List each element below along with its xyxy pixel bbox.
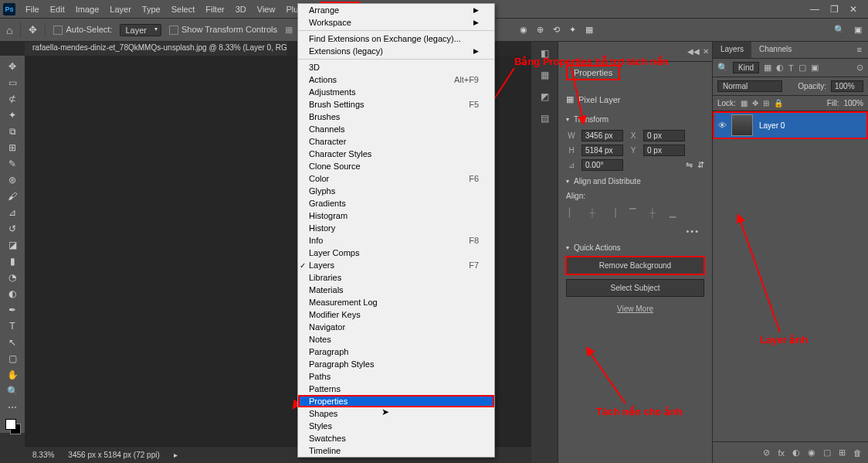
menu-item-swatches[interactable]: Swatches: [298, 432, 494, 444]
panel-icon[interactable]: ▤: [537, 111, 551, 125]
close-panel-icon[interactable]: ✕: [703, 47, 709, 56]
select-subject-button[interactable]: Select Subject: [566, 279, 704, 297]
group-icon[interactable]: ▢: [823, 448, 831, 458]
color-swatches[interactable]: [5, 419, 19, 433]
menu-item-modifier-keys[interactable]: Modifier Keys: [298, 308, 494, 321]
menu-layer[interactable]: Layer: [104, 2, 137, 17]
panel-menu-icon[interactable]: ≡: [851, 42, 868, 58]
menu-item-paths[interactable]: Paths: [298, 370, 494, 383]
menu-item-patterns[interactable]: Patterns: [298, 383, 494, 395]
path-tool[interactable]: ↖: [2, 335, 23, 350]
delete-icon[interactable]: 🗑: [853, 448, 862, 458]
menu-edit[interactable]: Edit: [45, 2, 70, 17]
menu-item-libraries[interactable]: Libraries: [298, 271, 494, 284]
menu-item-styles[interactable]: Styles: [298, 420, 494, 432]
3d-icon[interactable]: ▦: [585, 25, 593, 35]
width-input[interactable]: 3456 px: [581, 130, 623, 141]
magic-wand-tool[interactable]: ✦: [2, 107, 23, 123]
healing-tool[interactable]: ⊛: [2, 172, 23, 188]
3d-mode-icon[interactable]: ◉: [520, 25, 527, 35]
stamp-tool[interactable]: ⊿: [2, 205, 23, 220]
type-tool[interactable]: T: [2, 318, 23, 334]
align-right-icon[interactable]: ▕: [606, 206, 619, 219]
menu-item-measurement-log[interactable]: Measurement Log: [298, 296, 494, 308]
close-button[interactable]: ✕: [849, 4, 857, 15]
menu-item-timeline[interactable]: Timeline: [298, 444, 494, 457]
lock-artboard-icon[interactable]: ⊞: [763, 99, 769, 107]
3d-camera-icon[interactable]: ⊕: [537, 25, 544, 35]
menu-3d[interactable]: 3D: [230, 2, 252, 17]
flip-v-icon[interactable]: ⇵: [697, 160, 704, 170]
document-tab[interactable]: rafaella-mendes-diniz-et_78QkMMQs-unspla…: [25, 42, 287, 56]
y-input[interactable]: 0 px: [643, 145, 685, 156]
menu-item-extensions-legacy-[interactable]: Extensions (legacy)▶: [298, 45, 494, 57]
filter-kind-select[interactable]: Kind: [733, 62, 759, 73]
menu-item-clone-source[interactable]: Clone Source: [298, 160, 494, 172]
lasso-tool[interactable]: ⊄: [2, 91, 23, 107]
menu-item-brush-settings[interactable]: Brush SettingsF5: [298, 98, 494, 111]
filter-shape-icon[interactable]: ▢: [798, 63, 806, 73]
menu-file[interactable]: File: [20, 2, 45, 17]
search-icon[interactable]: 🔍: [834, 25, 845, 35]
pen-tool[interactable]: ✒: [2, 302, 23, 318]
menu-item-find-extensions-on-exchange-legacy-[interactable]: Find Extensions on Exchange (legacy)...: [298, 32, 494, 45]
lock-position-icon[interactable]: ✥: [752, 99, 758, 107]
align-left-icon[interactable]: ▏: [566, 206, 578, 219]
properties-tab[interactable]: Properties: [566, 65, 620, 80]
align-bottom-icon[interactable]: ▁: [666, 206, 679, 219]
brush-tool[interactable]: 🖌: [2, 189, 23, 204]
zoom-value[interactable]: 8.33%: [32, 451, 54, 459]
marquee-tool[interactable]: ▭: [2, 75, 23, 90]
align-center-v-icon[interactable]: ┼: [646, 206, 659, 219]
menu-select[interactable]: Select: [166, 2, 201, 17]
menu-item-history[interactable]: History: [298, 222, 494, 234]
menu-item-character[interactable]: Character: [298, 135, 494, 148]
rectangle-tool[interactable]: ▢: [2, 351, 23, 366]
menu-item-histogram[interactable]: Histogram: [298, 209, 494, 222]
lock-pixels-icon[interactable]: ▦: [741, 99, 748, 107]
edit-toolbar[interactable]: ⋯: [2, 400, 23, 415]
swatches-panel-icon[interactable]: ▦: [537, 68, 551, 82]
lock-all-icon[interactable]: 🔒: [774, 99, 783, 107]
fill-input[interactable]: 100%: [843, 99, 863, 107]
new-layer-icon[interactable]: ⊞: [839, 448, 846, 458]
link-icon[interactable]: ⊘: [763, 448, 770, 458]
menu-item-shapes[interactable]: Shapes: [298, 407, 494, 420]
move-tool-icon[interactable]: ✥: [29, 24, 37, 36]
more-icon[interactable]: •••: [566, 223, 704, 239]
menu-item-paragraph-styles[interactable]: Paragraph Styles: [298, 358, 494, 370]
menu-item-arrange[interactable]: Arrange▶: [298, 4, 494, 16]
remove-background-button[interactable]: Remove Background: [566, 257, 704, 274]
menu-item-layers[interactable]: LayersF7: [298, 259, 494, 271]
align-center-h-icon[interactable]: ┼: [586, 206, 598, 219]
transform-section[interactable]: ▾Transform: [566, 111, 704, 128]
quick-actions-section[interactable]: ▾Quick Actions: [566, 239, 704, 257]
move-tool[interactable]: ✥: [2, 59, 23, 74]
crop-tool[interactable]: ⧉: [2, 124, 23, 139]
layer-row[interactable]: 👁 Layer 0: [713, 111, 868, 139]
filter-pixel-icon[interactable]: ▦: [764, 63, 771, 73]
gradient-tool[interactable]: ▮: [2, 254, 23, 269]
history-brush-tool[interactable]: ↺: [2, 221, 23, 237]
panel-icon[interactable]: ◩: [537, 90, 551, 104]
menu-item-brushes[interactable]: Brushes: [298, 111, 494, 123]
restore-button[interactable]: ❐: [830, 4, 839, 15]
filter-adjust-icon[interactable]: ◐: [776, 63, 784, 73]
fx-icon[interactable]: fx: [778, 448, 785, 458]
hand-tool[interactable]: ✋: [2, 367, 23, 383]
blend-mode-select[interactable]: Normal: [717, 80, 782, 92]
angle-input[interactable]: 0.00°: [581, 159, 623, 171]
auto-select-target[interactable]: Layer: [120, 24, 161, 36]
minimize-button[interactable]: —: [810, 4, 819, 15]
filter-smart-icon[interactable]: ▣: [811, 63, 819, 73]
layer-thumbnail[interactable]: [731, 114, 753, 136]
frame-tool[interactable]: ⊞: [2, 140, 23, 155]
menu-item-gradients[interactable]: Gradients: [298, 197, 494, 209]
menu-item-paragraph[interactable]: Paragraph: [298, 346, 494, 358]
color-panel-icon[interactable]: ◧: [537, 46, 551, 60]
3d-icon[interactable]: ✦: [569, 25, 576, 35]
filter-type-icon[interactable]: T: [788, 63, 794, 73]
status-arrow-icon[interactable]: ▸: [174, 451, 178, 459]
menu-item-adjustments[interactable]: Adjustments: [298, 86, 494, 98]
opacity-input[interactable]: 100%: [831, 80, 863, 92]
